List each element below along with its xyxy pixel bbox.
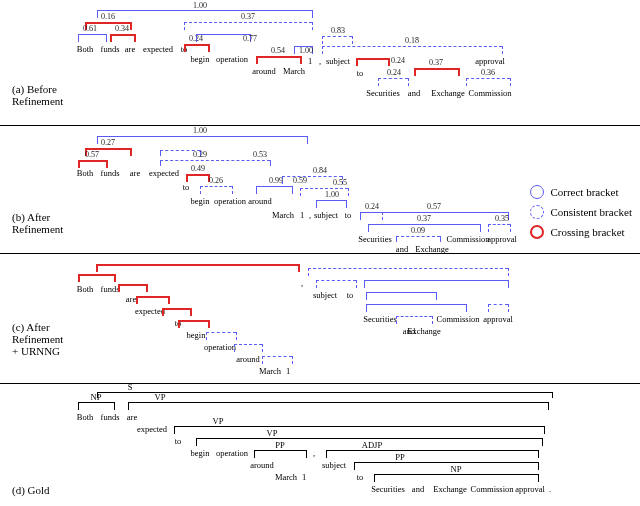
gold-tag: VP	[155, 392, 166, 402]
word: are	[127, 412, 137, 422]
word: to	[357, 68, 364, 78]
word: Exchange	[415, 244, 449, 254]
score: 0.36	[481, 68, 495, 77]
gold-tag: NP	[451, 464, 462, 474]
word: begin	[191, 54, 210, 64]
word: Securities	[371, 484, 405, 494]
score: 0.29	[193, 150, 207, 159]
word: approval	[483, 314, 513, 324]
word: begin	[191, 196, 210, 206]
panel-a-label: (a) Before Refinement	[12, 83, 63, 107]
panel-label-text: (a) Before	[12, 83, 57, 95]
punct: ,	[309, 210, 311, 220]
word: Commission	[447, 234, 490, 244]
word: approval	[487, 234, 517, 244]
score: 0.16	[101, 12, 115, 21]
score: 0.77	[243, 34, 257, 43]
word: Commission	[469, 88, 512, 98]
panel-label-text: (b) After	[12, 211, 50, 223]
word: expected	[135, 306, 165, 316]
score: 0.24	[391, 56, 405, 65]
punct: ,	[301, 278, 303, 288]
word: funds	[101, 44, 120, 54]
score: 1.00	[193, 1, 207, 10]
score: 0.37	[429, 58, 443, 67]
gold-tag: VP	[267, 428, 278, 438]
score: 0.55	[333, 178, 347, 187]
word: Both	[77, 412, 94, 422]
panel-a: (a) Before Refinement Both funds are exp…	[0, 0, 640, 126]
score: 0.59	[293, 176, 307, 185]
word: approval	[475, 56, 505, 66]
word: 1	[286, 366, 290, 376]
panel-label-text: (c) After	[12, 321, 50, 333]
word: are	[130, 168, 140, 178]
word: March	[259, 366, 281, 376]
word: 1	[302, 472, 306, 482]
word: and	[396, 244, 408, 254]
score: 0.57	[427, 202, 441, 211]
word: expected	[149, 168, 179, 178]
word: around	[236, 354, 260, 364]
gold-tag: S	[128, 382, 133, 392]
word: 1	[308, 56, 312, 66]
word: to	[357, 472, 364, 482]
panel-label-text: (d) Gold	[12, 484, 50, 496]
panel-label-text: Refinement	[12, 223, 63, 235]
word: expected	[137, 424, 167, 434]
word: are	[125, 44, 135, 54]
score: 0.37	[241, 12, 255, 21]
word: subject	[322, 460, 346, 470]
panel-c-label: (c) After Refinement + URNNG	[12, 321, 63, 357]
word: Exchange	[433, 484, 467, 494]
word: begin	[191, 448, 210, 458]
word: operation	[204, 342, 236, 352]
score: 1.00	[325, 190, 339, 199]
word: Commission	[471, 484, 514, 494]
word: expected	[143, 44, 173, 54]
score: 0.53	[253, 150, 267, 159]
word: Exchange	[431, 88, 465, 98]
word: Both	[77, 284, 94, 294]
word: funds	[101, 412, 120, 422]
score: 0.61	[83, 24, 97, 33]
score: 0.27	[101, 138, 115, 147]
word: subject	[313, 290, 337, 300]
panel-c: (c) After Refinement + URNNG Both funds …	[0, 254, 640, 384]
score: 0.24	[387, 68, 401, 77]
panel-b-label: (b) After Refinement	[12, 211, 63, 235]
word: Exchange	[407, 326, 441, 336]
word: around	[252, 66, 276, 76]
word: operation	[214, 196, 246, 206]
score: 0.54	[271, 46, 285, 55]
gold-tag: ADJP	[362, 440, 382, 450]
punct: .	[549, 484, 551, 494]
word: Both	[77, 44, 94, 54]
word: operation	[216, 54, 248, 64]
word: Both	[77, 168, 94, 178]
score: 0.24	[365, 202, 379, 211]
gold-tag: NP	[91, 392, 102, 402]
word: 1	[300, 210, 304, 220]
word: around	[248, 196, 272, 206]
panel-label-text: + URNNG	[12, 345, 60, 357]
punct: ,	[313, 448, 315, 458]
word: subject	[326, 56, 350, 66]
score: 0.99	[269, 176, 283, 185]
word: around	[250, 460, 274, 470]
word: to	[345, 210, 352, 220]
word: and	[408, 88, 420, 98]
score: 1.00	[299, 46, 313, 55]
word: March	[272, 210, 294, 220]
panel-label-text: Refinement	[12, 333, 63, 345]
word: Securities	[358, 234, 392, 244]
score: 1.00	[193, 126, 207, 135]
punct: ,	[319, 56, 321, 66]
word: approval	[515, 484, 545, 494]
score: 0.57	[85, 150, 99, 159]
word: funds	[101, 168, 120, 178]
word: are	[126, 294, 136, 304]
word: Securities	[363, 314, 397, 324]
word: operation	[216, 448, 248, 458]
score: 0.34	[115, 24, 129, 33]
